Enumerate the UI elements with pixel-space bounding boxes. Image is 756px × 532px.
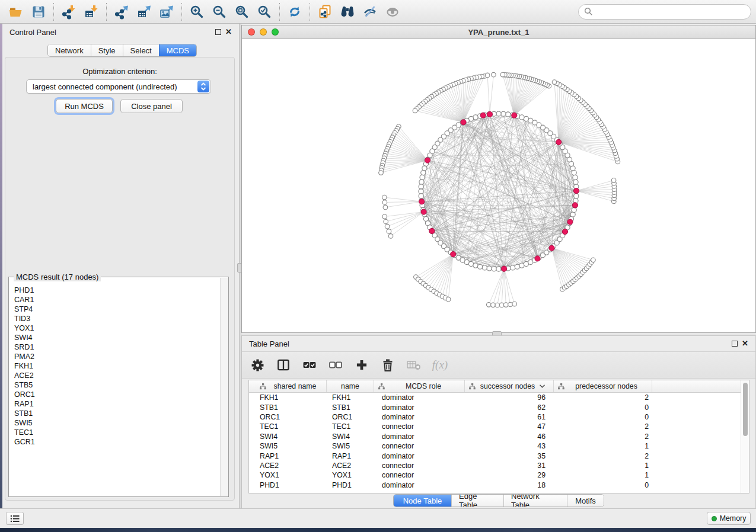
network-node[interactable] (519, 115, 524, 120)
network-node[interactable] (379, 171, 384, 175)
mcds-result-item[interactable]: SWI5 (14, 418, 219, 428)
network-selected-node[interactable] (556, 139, 562, 145)
network-node[interactable] (419, 184, 423, 189)
network-selected-node[interactable] (562, 229, 567, 235)
column-header-shared-name[interactable]: shared name (249, 380, 327, 392)
mcds-result-item[interactable]: CAR1 (14, 295, 219, 305)
mcds-result-item[interactable]: GCR1 (14, 437, 219, 447)
export-network-button[interactable] (110, 2, 133, 22)
task-history-button[interactable] (6, 512, 24, 525)
network-node[interactable] (388, 234, 393, 239)
mcds-result-item[interactable]: PMA2 (14, 352, 219, 361)
network-node[interactable] (384, 219, 388, 224)
function-builder-button-disabled[interactable]: f(x) (433, 358, 447, 372)
network-selected-node[interactable] (549, 245, 554, 251)
mcds-result-item[interactable]: TID3 (14, 314, 219, 323)
network-node[interactable] (511, 265, 515, 270)
delete-column-button[interactable] (381, 358, 395, 372)
network-node[interactable] (506, 112, 511, 117)
network-selected-node[interactable] (419, 199, 425, 204)
table-row[interactable]: RAP1RAP1dominator352 (249, 451, 741, 460)
network-node[interactable] (512, 302, 517, 306)
network-selected-node[interactable] (451, 252, 456, 257)
tab-motifs[interactable]: Motifs (567, 495, 604, 507)
first-neighbors-button[interactable] (336, 2, 359, 22)
network-selected-node[interactable] (425, 158, 430, 163)
open-session-button[interactable] (5, 2, 27, 22)
table-row[interactable]: YOX1YOX1connector291 (249, 470, 741, 480)
network-node[interactable] (496, 267, 501, 271)
network-node[interactable] (413, 108, 417, 113)
network-node[interactable] (515, 264, 519, 269)
zoom-out-button[interactable] (208, 2, 231, 22)
network-selected-node[interactable] (461, 120, 466, 125)
deselect-all-button[interactable] (328, 358, 343, 372)
show-all-button[interactable] (381, 2, 404, 22)
network-node[interactable] (419, 194, 423, 198)
network-node[interactable] (573, 175, 578, 180)
column-header-name[interactable]: name (327, 380, 374, 392)
network-node[interactable] (382, 214, 387, 219)
show-columns-button[interactable] (276, 358, 291, 372)
zoom-fit-button[interactable] (231, 2, 253, 22)
network-node[interactable] (492, 72, 496, 77)
mcds-result-item[interactable]: STB5 (14, 380, 219, 390)
network-node[interactable] (385, 224, 390, 229)
tab-edge-table[interactable]: Edge Table (451, 495, 503, 507)
network-node[interactable] (473, 263, 478, 268)
network-node[interactable] (508, 302, 513, 307)
network-selected-node[interactable] (572, 203, 578, 208)
network-node[interactable] (382, 200, 387, 205)
export-image-button[interactable] (155, 2, 178, 22)
network-node[interactable] (446, 297, 451, 302)
float-window-icon[interactable] (215, 29, 221, 35)
network-node[interactable] (387, 229, 391, 234)
network-node[interactable] (501, 111, 506, 116)
delete-table-button-disabled[interactable] (407, 358, 421, 372)
network-node[interactable] (482, 265, 487, 270)
mcds-result-item[interactable]: ACE2 (14, 371, 219, 380)
network-node[interactable] (421, 171, 426, 175)
network-node[interactable] (572, 207, 576, 212)
network-node[interactable] (495, 303, 500, 307)
network-selected-node[interactable] (573, 188, 579, 194)
add-column-button[interactable] (355, 358, 369, 372)
table-row[interactable]: PHD1PHD1dominator180 (249, 480, 741, 490)
mcds-result-item[interactable]: TEC1 (14, 428, 219, 437)
optimization-criterion-select[interactable]: largest connected component (undirected) (26, 79, 211, 94)
network-selected-node[interactable] (502, 266, 507, 271)
close-panel-icon[interactable]: ✕ (225, 29, 232, 35)
network-canvas[interactable] (242, 39, 755, 332)
memory-button[interactable]: Memory (707, 512, 751, 525)
mcds-result-scrollbar[interactable] (220, 278, 228, 496)
network-node[interactable] (383, 205, 388, 210)
network-node[interactable] (485, 73, 490, 78)
network-node[interactable] (478, 264, 483, 269)
table-row[interactable]: FKH1FKH1dominator962 (249, 393, 741, 402)
export-table-button[interactable] (133, 2, 155, 22)
network-node[interactable] (487, 303, 492, 307)
run-mcds-button[interactable]: Run MCDS (56, 99, 113, 113)
network-node[interactable] (419, 180, 424, 184)
network-selected-node[interactable] (512, 113, 517, 118)
tab-mcds[interactable]: MCDS (159, 44, 196, 56)
mcds-result-item[interactable]: RAP1 (14, 399, 219, 409)
column-header-predecessor-nodes[interactable]: predecessor nodes (554, 380, 652, 392)
mcds-result-item[interactable]: YOX1 (14, 323, 219, 333)
network-node[interactable] (496, 111, 501, 116)
close-panel-button[interactable]: Close panel (120, 99, 183, 113)
network-node[interactable] (422, 166, 427, 171)
network-node[interactable] (611, 178, 616, 183)
column-header-mcds-role[interactable]: MCDS role (374, 380, 465, 392)
network-selected-node[interactable] (480, 113, 486, 118)
network-selected-node[interactable] (421, 209, 426, 214)
network-node[interactable] (491, 303, 496, 307)
close-panel-icon[interactable]: ✕ (742, 341, 748, 347)
network-node[interactable] (570, 212, 575, 217)
tab-style[interactable]: Style (91, 44, 123, 56)
tab-select[interactable]: Select (123, 44, 159, 56)
network-node[interactable] (552, 80, 557, 85)
table-row[interactable]: SWI4SWI4dominator462 (249, 432, 741, 441)
network-node[interactable] (591, 258, 596, 262)
network-node[interactable] (499, 303, 504, 307)
